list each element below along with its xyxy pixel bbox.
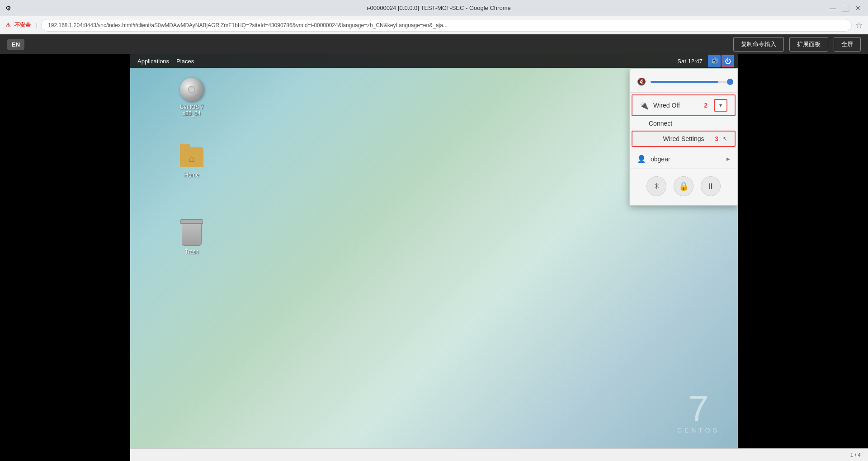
trash-icon-label: Trash — [185, 249, 198, 255]
warning-icon: ⚠ — [5, 22, 11, 28]
suspend-action-button[interactable]: ⏸ — [701, 176, 721, 196]
system-menu-popup: 🔇 🔌 Wired Off 2 ▾ Connect Wired Sett — [629, 69, 738, 206]
volume-row: 🔇 — [630, 73, 737, 90]
browser-title-bar: ⚙ i-00000024 [0.0.0.0] TEST-MCF-SEC - Go… — [0, 0, 868, 16]
vnc-toolbar: EN 复制命令输入 扩展面板 全屏 — [0, 34, 868, 54]
expand-panel-button[interactable]: 扩展面板 — [789, 37, 828, 52]
language-badge[interactable]: EN — [7, 39, 24, 50]
desktop-icon-home[interactable]: ⌂ Home — [174, 145, 210, 178]
volume-slider-track[interactable] — [651, 81, 730, 83]
obgear-row[interactable]: 👤 obgear ▶ — [630, 151, 737, 167]
vnc-viewport: Applications Places Sat 12:47 🔊 ⏻ CentOS… — [130, 54, 738, 461]
volume-slider-fill — [651, 81, 718, 83]
trash-can-icon — [182, 222, 202, 246]
security-label: 不安全 — [14, 21, 31, 29]
separator-2 — [630, 149, 737, 149]
browser-favicon: ⚙ — [5, 5, 11, 12]
cursor-arrow-icon: ↖ — [723, 136, 727, 142]
close-button[interactable]: ✕ — [854, 4, 863, 13]
copy-command-button[interactable]: 复制命令输入 — [733, 37, 784, 52]
volume-icon: 🔇 — [637, 77, 646, 86]
address-bar: ⚠ 不安全 | 192.168.1.204:8443/vnc/index.htm… — [0, 16, 868, 34]
wired-off-row: 🔌 Wired Off 2 ▾ — [632, 94, 736, 116]
separator-1 — [630, 92, 737, 93]
folder-icon: ⌂ — [180, 147, 203, 167]
home-icon-label: Home — [184, 172, 199, 178]
user-icon: 👤 — [637, 155, 646, 163]
gnome-apps-menu[interactable]: Applications — [134, 58, 173, 65]
volume-slider-thumb — [727, 79, 733, 85]
network-icon: 🔌 — [640, 101, 649, 110]
fullscreen-button[interactable]: 全屏 — [834, 37, 861, 52]
url-bar[interactable]: 192.168.1.204:8443/vnc/index.html#/clien… — [41, 19, 852, 32]
settings-action-button[interactable]: ✳ — [646, 176, 666, 196]
gnome-panel: Applications Places Sat 12:47 🔊 ⏻ — [130, 54, 738, 68]
centos-icon-img — [179, 77, 204, 102]
connect-menu-item[interactable]: Connect — [630, 117, 737, 130]
connect-label: Connect — [649, 120, 672, 127]
desktop-icon-centos[interactable]: CentOS 7 x86_64 — [174, 77, 210, 117]
gnome-places-menu[interactable]: Places — [173, 58, 198, 65]
desktop: Applications Places Sat 12:47 🔊 ⏻ CentOS… — [130, 54, 738, 461]
minimize-button[interactable]: — — [828, 4, 837, 13]
security-separator: | — [36, 22, 38, 28]
centos-watermark: 7 CENTOS — [677, 390, 720, 434]
wired-off-label: Wired Off — [653, 102, 699, 109]
separator-3 — [630, 169, 737, 169]
centos-brand-text: CENTOS — [677, 427, 720, 434]
cd-icon — [180, 78, 203, 101]
wired-dropdown-button[interactable]: ▾ — [714, 99, 727, 112]
browser-title: i-00000024 [0.0.0.0] TEST-MCF-SEC - Goog… — [15, 5, 863, 11]
page-info: 1 / 4 — [850, 452, 861, 458]
panel-clock: Sat 12:47 — [677, 58, 703, 65]
maximize-button[interactable]: ⬜ — [841, 4, 850, 13]
volume-icon-button[interactable]: 🔊 — [708, 55, 721, 67]
submenu-arrow-icon: ▶ — [726, 156, 730, 161]
url-text: 192.168.1.204:8443/vnc/index.html#/clien… — [48, 22, 448, 28]
vnc-statusbar: 1 / 4 — [130, 448, 868, 461]
panel-icon-group: 🔊 ⏻ — [708, 55, 734, 67]
action-buttons-row: ✳ 🔒 ⏸ — [630, 171, 737, 202]
wired-settings-row[interactable]: Wired Settings 3 ↖ — [632, 131, 736, 147]
bookmark-icon[interactable]: ☆ — [855, 20, 863, 30]
obgear-label: obgear — [651, 155, 722, 163]
wired-settings-step-badge: 3 — [715, 135, 718, 142]
power-icon-button[interactable]: ⏻ — [722, 55, 734, 67]
browser-extra-actions: ☆ — [855, 20, 863, 30]
wired-settings-label: Wired Settings — [663, 135, 704, 142]
lock-action-button[interactable]: 🔒 — [674, 176, 693, 196]
desktop-icon-trash[interactable]: Trash — [174, 221, 210, 255]
wired-step-badge: 2 — [704, 102, 708, 109]
home-icon-img: ⌂ — [179, 145, 204, 170]
window-controls: — ⬜ ✕ — [828, 4, 863, 13]
trash-icon-img — [179, 221, 204, 247]
home-symbol: ⌂ — [189, 153, 194, 165]
centos-icon-label: CentOS 7 x86_64 — [174, 104, 210, 117]
centos-version-number: 7 — [677, 390, 720, 427]
